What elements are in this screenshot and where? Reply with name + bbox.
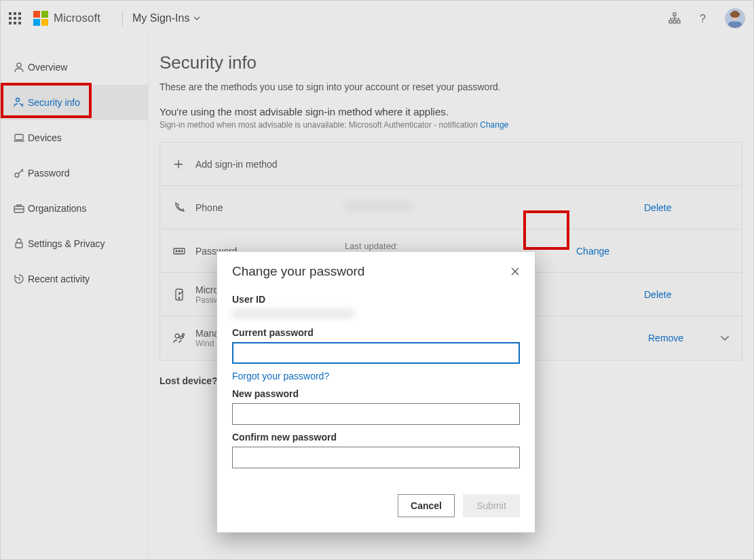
cancel-button[interactable]: Cancel	[398, 494, 455, 517]
add-method-label: Add sign-in method	[195, 159, 345, 170]
sidebar-item-label: Password	[28, 168, 69, 179]
user-avatar[interactable]	[725, 8, 745, 29]
close-icon[interactable]	[510, 267, 520, 276]
svg-rect-3	[677, 20, 680, 23]
key-icon	[10, 167, 28, 179]
briefcase-icon	[10, 202, 28, 214]
remove-link[interactable]: Remove	[648, 333, 709, 343]
plus-icon	[172, 158, 195, 170]
svg-rect-2	[673, 20, 676, 23]
password-icon	[172, 244, 195, 258]
advise-text: You're using the most advisable sign-in …	[159, 106, 742, 117]
sidebar-item-organizations[interactable]: Organizations	[1, 191, 148, 226]
phone-icon	[172, 201, 195, 214]
chevron-down-icon	[193, 15, 200, 22]
org-icon[interactable]	[668, 12, 681, 25]
lock-icon	[10, 238, 28, 250]
svg-rect-13	[16, 243, 22, 248]
page-title: Security info	[159, 52, 742, 73]
app-name-dropdown[interactable]: My Sign-Ins	[132, 12, 200, 24]
svg-point-8	[17, 63, 21, 67]
app-header: Microsoft My Sign-Ins ?	[1, 1, 753, 36]
svg-point-19	[178, 297, 180, 299]
delete-link[interactable]: Delete	[644, 289, 705, 300]
svg-rect-1	[669, 20, 672, 23]
sidebar-item-label: Organizations	[28, 203, 86, 214]
sidebar: Overview Security info Devices Password	[1, 36, 149, 559]
delete-link[interactable]: Delete	[644, 202, 705, 213]
svg-rect-0	[673, 13, 676, 16]
userid-label: User ID	[232, 294, 520, 305]
svg-point-17	[181, 250, 183, 252]
svg-point-15	[176, 250, 177, 252]
svg-point-16	[178, 250, 180, 252]
svg-point-21	[180, 336, 183, 339]
people-key-icon	[172, 331, 195, 345]
sidebar-item-label: Devices	[28, 132, 62, 143]
sidebar-item-security-info[interactable]: Security info	[1, 85, 148, 120]
forgot-password-link[interactable]: Forgot your password?	[232, 371, 329, 381]
help-icon[interactable]: ?	[696, 12, 710, 25]
svg-point-20	[175, 334, 179, 338]
svg-point-22	[183, 334, 185, 336]
key-person-icon	[10, 96, 28, 109]
microsoft-logo-icon	[33, 11, 48, 26]
page-subtitle: These are the methods you use to sign in…	[159, 81, 742, 92]
change-password-dialog: Change your password User ID Current pas…	[216, 251, 535, 533]
dialog-title: Change your password	[232, 264, 510, 279]
method-row-phone: Phone Delete	[160, 186, 742, 229]
new-password-label: New password	[232, 388, 520, 399]
brand-name: Microsoft	[54, 12, 100, 25]
sidebar-item-devices[interactable]: Devices	[1, 120, 148, 155]
sidebar-item-overview[interactable]: Overview	[1, 50, 148, 85]
confirm-password-label: Confirm new password	[232, 432, 520, 443]
divider	[122, 10, 123, 26]
laptop-icon	[10, 132, 28, 144]
authenticator-icon	[172, 288, 195, 301]
current-password-input[interactable]	[232, 342, 520, 364]
chevron-down-icon[interactable]	[720, 333, 730, 343]
sidebar-item-label: Overview	[28, 62, 67, 73]
method-value	[345, 201, 644, 214]
app-name-label: My Sign-Ins	[132, 12, 189, 24]
svg-text:?: ?	[700, 13, 706, 24]
confirm-password-input[interactable]	[232, 447, 520, 468]
add-sign-in-method-button[interactable]: Add sign-in method	[160, 143, 742, 186]
svg-rect-10	[15, 134, 23, 140]
advise-sub-text: Sign-in method when most advisable is un…	[159, 120, 742, 130]
method-label: Phone	[195, 202, 345, 213]
sidebar-item-settings[interactable]: Settings & Privacy	[1, 226, 148, 261]
current-password-label: Current password	[232, 327, 520, 338]
person-icon	[10, 61, 28, 73]
advise-change-link[interactable]: Change	[480, 120, 508, 130]
svg-rect-7	[728, 22, 742, 28]
new-password-input[interactable]	[232, 403, 520, 425]
history-icon	[10, 273, 28, 285]
app-launcher-icon[interactable]	[9, 12, 21, 24]
sidebar-item-label: Recent activity	[28, 274, 90, 284]
sidebar-item-label: Security info	[28, 97, 80, 108]
microsoft-logo[interactable]: Microsoft	[33, 11, 100, 26]
sidebar-item-label: Settings & Privacy	[28, 238, 105, 249]
sidebar-item-password[interactable]: Password	[1, 155, 148, 191]
change-link[interactable]: Change	[576, 246, 617, 257]
sidebar-item-recent-activity[interactable]: Recent activity	[1, 261, 148, 297]
svg-point-9	[16, 98, 20, 102]
submit-button[interactable]: Submit	[463, 494, 520, 517]
userid-value	[232, 309, 354, 318]
